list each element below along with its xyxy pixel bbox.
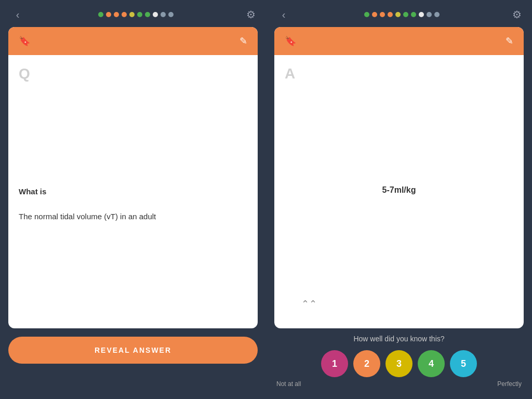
- right-dot-6: [403, 12, 408, 17]
- question-normal: The normal tidal volume (vT) in an adult: [19, 210, 247, 223]
- rating-label-right: Perfectly: [497, 380, 522, 388]
- question-text: What is The normal tidal volume (vT) in …: [19, 185, 247, 223]
- edit-icon[interactable]: ✎: [240, 35, 247, 47]
- right-panel: ‹ ⚙ 🔖 ✎ A 5-7ml/kg ⌃⌃ How well did you k…: [266, 0, 532, 399]
- left-dot-6: [137, 12, 142, 17]
- right-back-button[interactable]: ‹: [276, 9, 291, 21]
- left-dot-8: [153, 12, 158, 17]
- reveal-answer-button[interactable]: REVEAL ANSWER: [8, 337, 258, 364]
- right-dot-4: [388, 12, 393, 17]
- rating-button-2[interactable]: 2: [353, 350, 380, 377]
- rating-button-5[interactable]: 5: [450, 350, 477, 377]
- rating-label-left: Not at all: [276, 380, 301, 388]
- rating-section: How well did you know this? 12345 Not at…: [274, 335, 524, 388]
- question-bold: What is: [19, 185, 247, 198]
- question-type-label: Q: [19, 65, 247, 82]
- right-progress-dots: [364, 12, 440, 17]
- left-back-button[interactable]: ‹: [10, 9, 25, 21]
- left-dot-3: [114, 12, 119, 17]
- rating-question-label: How well did you know this?: [353, 335, 444, 343]
- left-dot-1: [98, 12, 103, 17]
- bookmark-icon[interactable]: 🔖: [19, 35, 30, 47]
- right-settings-button[interactable]: ⚙: [512, 8, 522, 21]
- left-dot-9: [161, 12, 166, 17]
- right-card-header: 🔖 ✎: [274, 27, 524, 55]
- scroll-up-button[interactable]: ⌃⌃: [293, 294, 505, 314]
- left-dot-7: [145, 12, 150, 17]
- left-dot-5: [129, 12, 135, 17]
- rating-buttons-group: 12345: [321, 350, 477, 377]
- right-card-body: A 5-7ml/kg ⌃⌃: [274, 55, 524, 328]
- left-dot-4: [122, 12, 127, 17]
- right-dot-9: [427, 12, 432, 17]
- right-dot-5: [395, 12, 401, 17]
- left-settings-button[interactable]: ⚙: [246, 8, 256, 21]
- left-dot-2: [106, 12, 111, 17]
- question-card: 🔖 ✎ Q What is The normal tidal volume (v…: [8, 27, 258, 328]
- answer-card: 🔖 ✎ A 5-7ml/kg ⌃⌃: [274, 27, 524, 328]
- left-progress-dots: [98, 12, 174, 17]
- right-dot-8: [419, 12, 424, 17]
- question-content: What is The normal tidal volume (vT) in …: [19, 90, 247, 318]
- right-edit-icon[interactable]: ✎: [506, 35, 513, 47]
- rating-button-3[interactable]: 3: [385, 350, 413, 377]
- right-dot-2: [372, 12, 377, 17]
- left-dot-10: [168, 12, 174, 17]
- left-card-body: Q What is The normal tidal volume (vT) i…: [8, 55, 258, 328]
- answer-text: 5-7ml/kg: [285, 185, 513, 195]
- left-card-header: 🔖 ✎: [8, 27, 258, 55]
- card-footer: ⌃⌃: [285, 290, 513, 318]
- left-panel: ‹ ⚙ 🔖 ✎ Q What is The normal tidal volum…: [0, 0, 266, 399]
- rating-labels: Not at all Perfectly: [274, 380, 524, 388]
- right-dot-3: [380, 12, 385, 17]
- right-dot-1: [364, 12, 369, 17]
- answer-type-label: A: [285, 65, 513, 82]
- right-bookmark-icon[interactable]: 🔖: [285, 35, 296, 47]
- left-top-bar: ‹ ⚙: [8, 8, 258, 21]
- right-top-bar: ‹ ⚙: [274, 8, 524, 21]
- right-dot-7: [411, 12, 416, 17]
- right-dot-10: [434, 12, 440, 17]
- rating-button-4[interactable]: 4: [418, 350, 445, 377]
- rating-button-1[interactable]: 1: [321, 350, 348, 377]
- answer-content: 5-7ml/kg: [285, 90, 513, 290]
